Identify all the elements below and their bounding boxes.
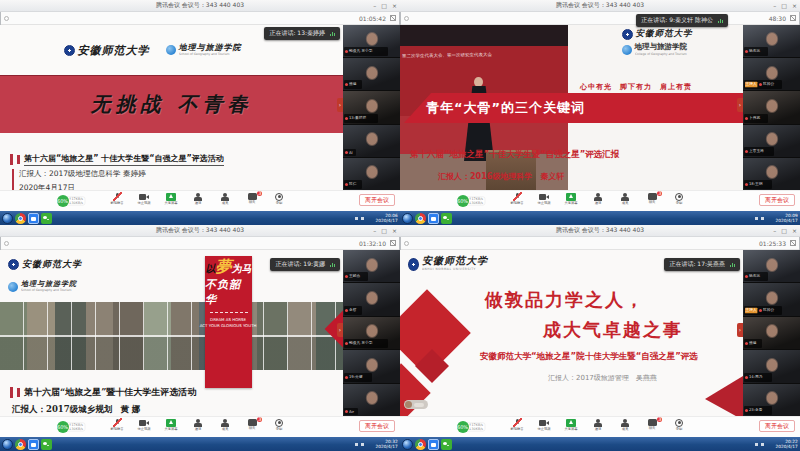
leave-meeting-button[interactable]: 离开会议: [759, 420, 795, 432]
participant-video-tile[interactable]: 主持人 陈神公: [743, 283, 800, 315]
toolbar-button[interactable]: 解除静音: [107, 419, 127, 436]
tray-icon[interactable]: [755, 217, 758, 220]
close-button[interactable]: ×: [792, 227, 797, 234]
close-button[interactable]: ×: [392, 2, 397, 9]
toolbar-button[interactable]: 停止视频: [534, 419, 554, 436]
wechat-icon[interactable]: [41, 439, 52, 450]
chat-preview-pill[interactable]: [404, 400, 428, 409]
strip-collapse-handle[interactable]: ›: [337, 323, 343, 337]
strip-collapse-handle[interactable]: ›: [737, 323, 743, 337]
minimize-button[interactable]: –: [773, 227, 776, 234]
chrome-icon[interactable]: [15, 439, 26, 450]
toolbar-button[interactable]: 成员: [215, 193, 235, 210]
leave-meeting-button[interactable]: 离开会议: [759, 194, 795, 206]
wechat-icon[interactable]: [441, 213, 452, 224]
network-status[interactable]: 60% ↑17KB/s ↓30KB/s: [57, 419, 101, 435]
maximize-button[interactable]: □: [781, 2, 787, 9]
participant-video-tile[interactable]: 14:周乃: [743, 350, 800, 382]
network-status[interactable]: 60% ↑17KB/s ↓30KB/s: [57, 193, 101, 209]
toolbar-button[interactable]: 3 聊天: [642, 193, 662, 209]
chrome-icon[interactable]: [415, 439, 426, 450]
participant-video-tile[interactable]: 鲍俊凡 东小学: [343, 25, 400, 57]
meeting-info-icon[interactable]: [4, 16, 9, 21]
fullscreen-icon[interactable]: [390, 15, 396, 21]
participant-video-tile[interactable]: 18:王明: [743, 158, 800, 190]
toolbar-button[interactable]: 共享屏幕: [161, 419, 181, 436]
participant-video-tile[interactable]: 13:秦婷婷: [343, 91, 400, 123]
toolbar-button[interactable]: 解除静音: [107, 193, 127, 210]
participant-video-tile[interactable]: 卜伟岚: [743, 91, 800, 123]
participant-video-tile[interactable]: 19:黄娜: [343, 350, 400, 382]
minimize-button[interactable]: –: [373, 2, 376, 9]
toolbar-button[interactable]: 成员: [615, 419, 635, 436]
toolbar-button[interactable]: 解除静音: [507, 193, 527, 210]
window-titlebar[interactable]: 腾讯会议 会议号：343 440 403 – □ ×: [400, 225, 800, 237]
participant-video-tile[interactable]: 鲍俊凡 东小学: [343, 317, 400, 349]
participant-video-tile[interactable]: 杨石英: [743, 25, 800, 57]
toolbar-button[interactable]: 录制: [269, 419, 289, 436]
leave-meeting-button[interactable]: 离开会议: [359, 420, 395, 432]
strip-collapse-handle[interactable]: ›: [337, 98, 343, 112]
window-titlebar[interactable]: 腾讯会议 会议号：343 440 403 – □ ×: [0, 225, 400, 237]
tencent-meeting-icon[interactable]: [28, 439, 39, 450]
close-button[interactable]: ×: [392, 227, 397, 234]
tray-icon[interactable]: [355, 217, 358, 220]
toolbar-button[interactable]: 3 聊天: [642, 419, 662, 435]
window-titlebar[interactable]: 腾讯会议 会议号：343 440 403 – □ ×: [400, 0, 800, 12]
participant-video-tile[interactable]: 杨石英: [743, 250, 800, 282]
strip-collapse-handle[interactable]: ›: [737, 98, 743, 112]
toolbar-button[interactable]: 邀请: [588, 193, 608, 210]
close-button[interactable]: ×: [792, 2, 797, 9]
network-status[interactable]: 60% ↑17KB/s ↓30KB/s: [457, 419, 501, 435]
participant-video-tile[interactable]: 王晓燕: [343, 250, 400, 282]
toolbar-button[interactable]: 成员: [215, 419, 235, 436]
maximize-button[interactable]: □: [781, 227, 787, 234]
start-button[interactable]: [2, 213, 13, 224]
participant-video-tile[interactable]: AI: [343, 125, 400, 157]
toolbar-button[interactable]: 3 聊天: [242, 193, 262, 209]
participant-video-tile[interactable]: Air: [343, 384, 400, 416]
tencent-meeting-icon[interactable]: [28, 213, 39, 224]
tray-icon[interactable]: [755, 443, 758, 446]
toolbar-button[interactable]: 停止视频: [134, 193, 154, 210]
toolbar-button[interactable]: 共享屏幕: [161, 193, 181, 210]
tray-icon[interactable]: [361, 217, 364, 220]
tencent-meeting-icon[interactable]: [428, 213, 439, 224]
toolbar-button[interactable]: 共享屏幕: [561, 419, 581, 436]
wechat-icon[interactable]: [41, 213, 52, 224]
network-status[interactable]: 60% ↑17KB/s ↓30KB/s: [457, 193, 501, 209]
toolbar-button[interactable]: 共享屏幕: [561, 193, 581, 210]
meeting-info-icon[interactable]: [404, 16, 409, 21]
toolbar-button[interactable]: 邀请: [188, 419, 208, 436]
toolbar-button[interactable]: 邀请: [588, 419, 608, 436]
toolbar-button[interactable]: 停止视频: [534, 193, 554, 210]
tray-icon[interactable]: [361, 443, 364, 446]
toolbar-button[interactable]: 停止视频: [134, 419, 154, 436]
participant-video-tile[interactable]: 熊健: [343, 58, 400, 90]
participant-video-tile[interactable]: 主持人 陈神公: [743, 58, 800, 90]
meeting-info-icon[interactable]: [404, 241, 409, 246]
maximize-button[interactable]: □: [381, 227, 387, 234]
leave-meeting-button[interactable]: 离开会议: [359, 194, 395, 206]
tencent-meeting-icon[interactable]: [428, 439, 439, 450]
fullscreen-icon[interactable]: [390, 240, 396, 246]
participant-video-tile[interactable]: 李哲: [343, 283, 400, 315]
participant-video-tile[interactable]: 熊健: [743, 317, 800, 349]
toolbar-button[interactable]: 解除静音: [507, 419, 527, 436]
participant-video-tile[interactable]: 陈仁: [343, 158, 400, 190]
fullscreen-icon[interactable]: [790, 240, 796, 246]
minimize-button[interactable]: –: [373, 227, 376, 234]
start-button[interactable]: [2, 439, 13, 450]
wechat-icon[interactable]: [441, 439, 452, 450]
tray-icon[interactable]: [761, 443, 764, 446]
start-button[interactable]: [402, 439, 413, 450]
toolbar-button[interactable]: 录制: [669, 419, 689, 436]
toolbar-button[interactable]: 录制: [669, 193, 689, 210]
chrome-icon[interactable]: [415, 213, 426, 224]
start-button[interactable]: [402, 213, 413, 224]
toolbar-button[interactable]: 成员: [615, 193, 635, 210]
toolbar-button[interactable]: 录制: [269, 193, 289, 210]
fullscreen-icon[interactable]: [790, 15, 796, 21]
minimize-button[interactable]: –: [773, 2, 776, 9]
participant-video-tile[interactable]: 上官玉玲: [743, 125, 800, 157]
